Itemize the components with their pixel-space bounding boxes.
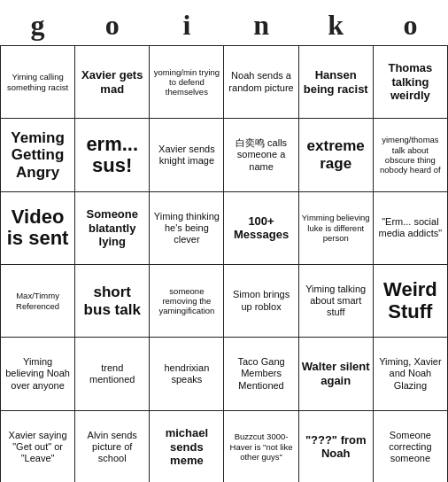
- bingo-cell[interactable]: Walter silent again: [298, 338, 373, 410]
- bingo-cell[interactable]: Thomas talking weirdly: [373, 46, 447, 119]
- bingo-cell[interactable]: Buzzcut 3000-Haver is "not like other gu…: [224, 410, 298, 482]
- bingo-cell[interactable]: yoming/min trying to defend themselves: [150, 46, 224, 119]
- bingo-cell[interactable]: Xavier saying "Get out" or "Leave": [1, 410, 75, 482]
- bingo-cell[interactable]: Yiming calling something racist: [1, 46, 75, 119]
- bingo-cell[interactable]: Weird Stuff: [373, 264, 447, 337]
- bingo-cell[interactable]: "Erm... social media addicts": [373, 191, 447, 264]
- bingo-cell[interactable]: 白奕鸣 calls someone a name: [224, 119, 298, 191]
- bingo-letter: g: [1, 5, 75, 46]
- bingo-cell[interactable]: Yiming talking about smart stuff: [298, 264, 373, 337]
- bingo-cell[interactable]: Yeming Getting Angry: [1, 119, 75, 191]
- bingo-cell[interactable]: hendrixian speaks: [150, 338, 224, 410]
- bingo-letter: i: [150, 5, 224, 46]
- bingo-cell[interactable]: Yiming believing Noah over anyone: [1, 338, 75, 410]
- bingo-cell[interactable]: Hansen being racist: [298, 46, 373, 119]
- bingo-letter: o: [373, 5, 447, 46]
- bingo-cell[interactable]: Xavier gets mad: [75, 46, 150, 119]
- bingo-letter: n: [224, 5, 298, 46]
- bingo-cell[interactable]: Noah sends a random picture: [224, 46, 298, 119]
- bingo-cell[interactable]: Alvin sends picture of school: [75, 410, 150, 482]
- bingo-cell[interactable]: Taco Gang Members Mentioned: [224, 338, 298, 410]
- bingo-cell[interactable]: Someone correcting someone: [373, 410, 447, 482]
- bingo-cell[interactable]: 100+ Messages: [224, 191, 298, 264]
- bingo-cell[interactable]: erm... sus!: [75, 119, 150, 191]
- bingo-cell[interactable]: someone removing the yamingification: [150, 264, 224, 337]
- bingo-cell[interactable]: Simon brings up roblox: [224, 264, 298, 337]
- bingo-cell[interactable]: trend mentioned: [75, 338, 150, 410]
- bingo-grid: goinko Yiming calling something racistXa…: [0, 5, 448, 482]
- bingo-cell[interactable]: Max/Timmy Referenced: [1, 264, 75, 337]
- bingo-cell[interactable]: michael sends meme: [150, 410, 224, 482]
- bingo-letter: k: [298, 5, 373, 46]
- bingo-cell[interactable]: "???" from Noah: [298, 410, 373, 482]
- bingo-cell[interactable]: short bus talk: [75, 264, 150, 337]
- bingo-cell[interactable]: extreme rage: [298, 119, 373, 191]
- bingo-cell[interactable]: Yimming believing luke is different pers…: [298, 191, 373, 264]
- bingo-cell[interactable]: Someone blatantly lying: [75, 191, 150, 264]
- bingo-cell[interactable]: Yiming thinking he's being clever: [150, 191, 224, 264]
- bingo-cell[interactable]: Xavier sends knight image: [150, 119, 224, 191]
- bingo-cell[interactable]: Video is sent: [1, 191, 75, 264]
- bingo-letter: o: [75, 5, 150, 46]
- bingo-cell[interactable]: yimeng/thomas talk about obscure thing n…: [373, 119, 447, 191]
- bingo-cell[interactable]: Yiming, Xavier and Noah Glazing: [373, 338, 447, 410]
